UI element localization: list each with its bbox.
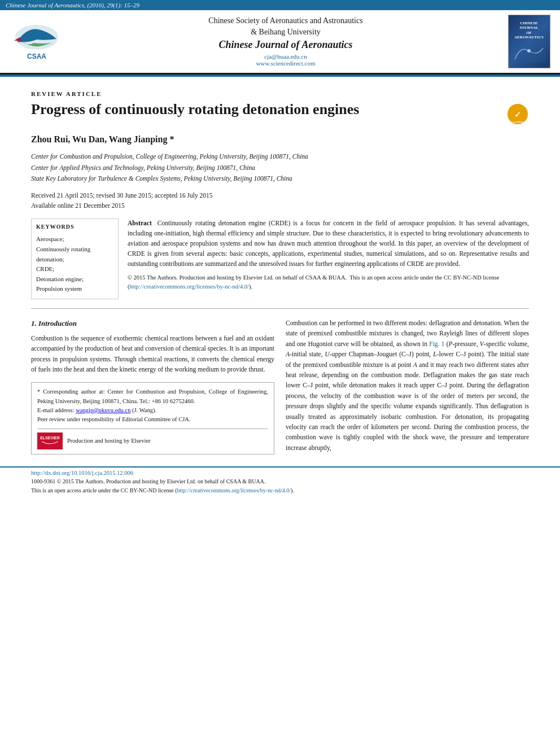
keyword-6: Propulsion system (36, 284, 113, 294)
header-center: Chinese Society of Aeronautics and Astro… (73, 15, 498, 68)
received-dates: Received 21 April 2015; revised 30 June … (31, 190, 529, 200)
keywords-title: KEYWORDS (36, 224, 113, 230)
header-website[interactable]: www.sciencedirect.com (256, 60, 316, 67)
elsevier-logo-row: ELSEVIER Production and hosting by Elsev… (37, 429, 268, 449)
footnote-box: * Corresponding author at: Center for Co… (31, 382, 274, 455)
footnote-email: E-mail address: wangjp@pkuvu.edu.cn (J. … (37, 406, 268, 415)
journal-citation: Chinese Journal of Aeronautics, (2016), … (6, 2, 139, 8)
header: CSAA Chinese Society of Aeronautics and … (0, 10, 560, 75)
body-two-col: 1. Introduction Combustion is the sequen… (31, 318, 529, 457)
keyword-4: CRDE; (36, 264, 113, 274)
svg-rect-7 (37, 433, 63, 449)
affiliation-3: State Key Laboratory for Turbulence & Co… (31, 173, 529, 185)
journal-cover-area: CHINESEJOURNALOFAERONAUTICS (504, 15, 554, 68)
footer: http://dx.doi.org/10.1016/j.cja.2015.12.… (0, 466, 560, 497)
keywords-abstract-section: KEYWORDS Aerospace; Continuously rotatin… (31, 219, 529, 299)
cover-title: CHINESEJOURNALOFAERONAUTICS (514, 21, 544, 40)
intro-para-1: Combustion is the sequence of exothermic… (31, 333, 274, 375)
abstract-body: Continuously rotating detonation engine … (128, 220, 529, 267)
doi-link: http://dx.doi.org/10.1016/j.cja.2015.12.… (31, 470, 529, 476)
affiliation-1: Center for Combustion and Propulsion, Co… (31, 151, 529, 163)
article-type-label: REVIEW ARTICLE (31, 90, 529, 97)
header-email: cja@buaa.edu.cn (264, 53, 307, 60)
footnote-production: Production and hosting by Elsevier (67, 436, 151, 445)
affiliation-2: Center for Applied Physics and Technolog… (31, 163, 529, 174)
footer-license-link[interactable]: http://creativecommons.org/licenses/by-n… (177, 487, 291, 493)
csaa-logo-area: CSAA (6, 15, 68, 68)
org-line2: & Beihang University (73, 28, 498, 37)
available-online: Available online 21 December 2015 (31, 200, 529, 211)
svg-text:✓: ✓ (514, 110, 521, 119)
svg-text:CrossMark: CrossMark (511, 120, 525, 124)
title-row: Progress of continuously rotating detona… (31, 101, 529, 125)
abstract-label: Abstract (128, 220, 152, 226)
license-link[interactable]: http://creativecommons.org/licenses/by-n… (130, 283, 250, 290)
article-title: Progress of continuously rotating detona… (31, 101, 501, 118)
footnote-peer-review: Peer review under responsibility of Edit… (37, 415, 268, 424)
journal-citation-bar: Chinese Journal of Aeronautics, (2016), … (0, 0, 560, 10)
elsevier-logo: ELSEVIER (37, 433, 63, 449)
dates-section: Received 21 April 2015; revised 30 June … (31, 190, 529, 211)
body-right-column: Combustion can be performed in two diffe… (286, 318, 529, 457)
affiliations: Center for Combustion and Propulsion, Co… (31, 151, 529, 185)
section-1-heading: 1. Introduction (31, 318, 274, 330)
keyword-2: Continuously rotating (36, 244, 113, 255)
authors-text: Zhou Rui, Wu Dan, Wang Jianping * (31, 134, 174, 144)
header-links: cja@buaa.edu.cn www.sciencedirect.com (73, 53, 498, 67)
footer-issn: 1000-9361 © 2015 The Authors. Production… (31, 478, 265, 484)
org-line1: Chinese Society of Aeronautics and Astro… (73, 16, 498, 25)
footer-copyright: 1000-9361 © 2015 The Authors. Production… (31, 477, 529, 495)
doi-anchor[interactable]: http://dx.doi.org/10.1016/j.cja.2015.12.… (31, 470, 133, 476)
abstract-text: Abstract Continuously rotating detonatio… (128, 219, 529, 269)
footnote-corresponding: * Corresponding author at: Center for Co… (37, 387, 268, 406)
keyword-3: detonation; (36, 255, 113, 265)
keywords-box: KEYWORDS Aerospace; Continuously rotatin… (31, 219, 119, 299)
body-left-column: 1. Introduction Combustion is the sequen… (31, 318, 274, 457)
svg-text:CSAA: CSAA (27, 53, 46, 60)
keyword-1: Aerospace; (36, 234, 113, 244)
svg-text:ELSEVIER: ELSEVIER (40, 436, 60, 440)
main-content: REVIEW ARTICLE Progress of continuously … (0, 77, 560, 463)
authors: Zhou Rui, Wu Dan, Wang Jianping * (31, 134, 529, 145)
license-text: © 2015 The Authors. Production and hosti… (128, 273, 529, 291)
journal-cover-image: CHINESEJOURNALOFAERONAUTICS (508, 15, 550, 68)
intro-para-right: Combustion can be performed in two diffe… (286, 318, 529, 453)
svg-point-3 (527, 49, 531, 53)
keyword-5: Detonation engine; (36, 274, 113, 285)
section-divider (31, 308, 529, 309)
crossmark-badge: ✓ CrossMark (506, 103, 529, 125)
journal-name-header: Chinese Journal of Aeronautics (73, 39, 498, 51)
abstract-column: Abstract Continuously rotating detonatio… (128, 219, 529, 299)
footnote-email-link[interactable]: wangjp@pkuvu.edu.cn (76, 407, 130, 413)
fig1-ref: Fig. 1 (429, 340, 444, 347)
